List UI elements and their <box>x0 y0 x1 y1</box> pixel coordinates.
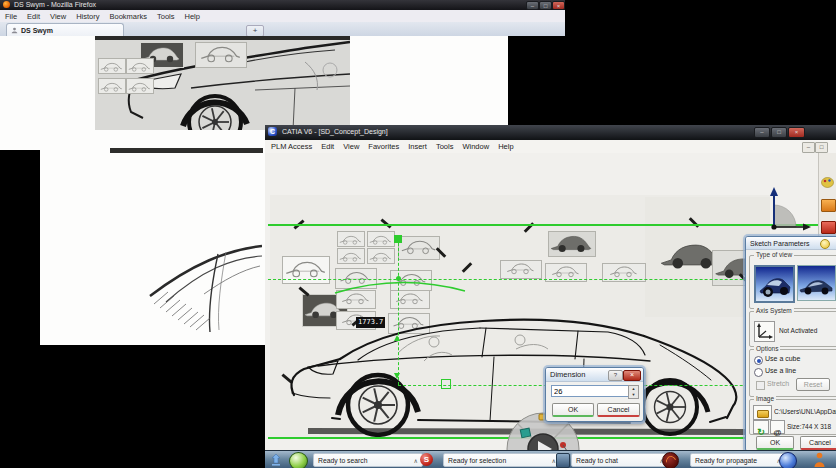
catia-minimize-button[interactable]: – <box>754 127 770 138</box>
dialog-close-button[interactable]: × <box>623 370 641 381</box>
sketch-parameters-cancel-button[interactable]: Cancel <box>800 436 836 450</box>
folder-icon <box>757 410 769 418</box>
menu-item-bookmarks[interactable]: Bookmarks <box>110 12 148 21</box>
refresh-image-button[interactable]: ↻ <box>753 420 769 434</box>
sketch-thumbnail <box>98 78 126 94</box>
sketch-thumbnail <box>500 260 542 279</box>
menu-item-file[interactable]: File <box>5 12 17 21</box>
axis-system-button[interactable] <box>754 321 775 342</box>
menu-item-help[interactable]: Help <box>185 12 200 21</box>
image-path-text: C:\Users\UNL\AppData\ <box>774 408 836 415</box>
sketch-thumbnail <box>337 248 365 264</box>
image-bottom-edge <box>110 148 263 153</box>
menu-item-edit[interactable]: Edit <box>321 142 334 151</box>
dimension-value-input[interactable] <box>551 385 629 397</box>
use-line-label[interactable]: Use a line <box>765 367 796 374</box>
dimension-dialog-title: Dimension <box>550 370 585 379</box>
menu-item-tools[interactable]: Tools <box>436 142 454 151</box>
sketch-board-image[interactable] <box>95 36 350 130</box>
use-cube-label[interactable]: Use a cube <box>765 355 800 362</box>
catia-menu-bar: PLM Access Edit View Favorites Insert To… <box>265 140 836 154</box>
axis-system-label: Axis System <box>754 307 794 314</box>
type-of-view-label: Type of view <box>754 251 794 258</box>
selection-handle[interactable] <box>394 235 402 243</box>
firefox-maximize-button[interactable]: □ <box>539 1 552 10</box>
rotation-arc[interactable] <box>330 271 470 295</box>
menu-item-window[interactable]: Window <box>462 142 489 151</box>
chat-app-icon[interactable] <box>556 453 570 468</box>
reset-button: Reset <box>796 378 830 391</box>
anchor-point[interactable] <box>396 276 401 281</box>
status-label: Ready to chat <box>576 457 618 464</box>
s-badge-icon[interactable]: S <box>420 453 433 466</box>
use-cube-radio[interactable] <box>754 356 763 365</box>
web-image-button[interactable]: @ <box>770 420 785 434</box>
catia-viewport[interactable]: 1773.7 <box>265 153 818 455</box>
dimension-arrow-down <box>394 373 400 379</box>
firefox-close-button[interactable]: × <box>552 1 565 10</box>
sketch-parameters-ok-button[interactable]: OK <box>756 436 794 450</box>
sketch-thumbnail <box>548 231 596 257</box>
value-spinner[interactable]: ▲ ▼ <box>628 385 639 399</box>
catia-logo-icon: C <box>268 127 277 136</box>
hand-drawn-sketch <box>132 240 262 332</box>
taskbar-app-icon[interactable] <box>271 454 281 466</box>
menu-item-favorites[interactable]: Favorites <box>368 142 399 151</box>
person-app-icon[interactable] <box>813 452 826 468</box>
selection-handle[interactable] <box>441 379 451 389</box>
sketch-parameters-title: Sketch Parameters <box>750 240 810 247</box>
dimension-arrow-up <box>394 335 400 341</box>
sketch-thumbnail <box>398 236 440 260</box>
dialog-help-button[interactable]: ? <box>608 370 623 381</box>
menu-item-insert[interactable]: Insert <box>408 142 427 151</box>
dimension-ok-button[interactable]: OK <box>552 403 594 417</box>
menu-item-help[interactable]: Help <box>498 142 513 151</box>
menu-item-edit[interactable]: Edit <box>27 12 40 21</box>
firefox-title-bar[interactable]: DS Swym - Mozilla Firefox – □ × <box>0 0 565 10</box>
sketch-thumbnail <box>195 42 247 68</box>
save-tool-icon[interactable] <box>821 221 836 234</box>
mdi-minimize-button[interactable]: – <box>802 142 815 153</box>
swirl-mark <box>664 454 678 468</box>
orb-app-icon[interactable] <box>289 452 308 468</box>
view-compass-icon[interactable] <box>757 185 817 233</box>
browse-folder-button[interactable] <box>753 405 772 420</box>
stretch-label: Stretch <box>767 380 789 387</box>
firefox-minimize-button[interactable]: – <box>526 1 539 10</box>
tab-ds-swym[interactable]: DS Swym <box>6 23 124 36</box>
sketch-thumbnail <box>337 231 365 247</box>
menu-item-plm-access[interactable]: PLM Access <box>271 142 312 151</box>
firefox-tab-bar: DS Swym + <box>0 22 565 36</box>
view-button-side[interactable] <box>797 265 836 301</box>
globe-app-icon[interactable] <box>779 452 797 468</box>
paint-tool-icon[interactable] <box>821 177 834 188</box>
spinner-down-icon[interactable]: ▼ <box>629 392 638 398</box>
status-ready-for-propagate[interactable]: Ready for propagate ∧ <box>690 453 786 467</box>
status-ready-to-chat[interactable]: Ready to chat ∧ <box>571 453 669 467</box>
status-ready-to-search[interactable]: Ready to search ∧ <box>313 453 423 467</box>
sketch-parameters-title-bar[interactable]: Sketch Parameters <box>746 237 836 250</box>
firefox-window-title: DS Swym - Mozilla Firefox <box>14 1 96 8</box>
catia-title-bar[interactable]: C CATIA V6 - [SD_Concept_Design] – □ × <box>265 125 836 140</box>
menu-item-tools[interactable]: Tools <box>157 12 175 21</box>
firefox-logo-icon <box>3 1 10 8</box>
folder-tool-icon[interactable] <box>821 199 836 212</box>
dimension-cancel-button[interactable]: Cancel <box>597 403 640 417</box>
selection-top-edge <box>268 224 818 226</box>
menu-item-view[interactable]: View <box>50 12 66 21</box>
menu-item-view[interactable]: View <box>343 142 359 151</box>
status-label: Ready for propagate <box>695 457 757 464</box>
sketch-thumbnail <box>367 231 395 247</box>
sketch-thumbnail <box>126 78 154 94</box>
swirl-app-icon[interactable] <box>662 452 679 468</box>
chevron-up-icon[interactable]: ∧ <box>414 457 418 464</box>
menu-item-history[interactable]: History <box>76 12 99 21</box>
status-ready-for-selection[interactable]: Ready for selection ∧ <box>443 453 561 467</box>
use-line-radio[interactable] <box>754 368 763 377</box>
status-label: Ready to search <box>318 457 368 464</box>
catia-maximize-button[interactable]: □ <box>771 127 787 138</box>
catia-close-button[interactable]: × <box>788 127 805 138</box>
view-button-3d[interactable] <box>754 265 795 303</box>
lightbulb-icon[interactable] <box>820 239 830 249</box>
mdi-restore-button[interactable]: □ <box>815 142 828 153</box>
